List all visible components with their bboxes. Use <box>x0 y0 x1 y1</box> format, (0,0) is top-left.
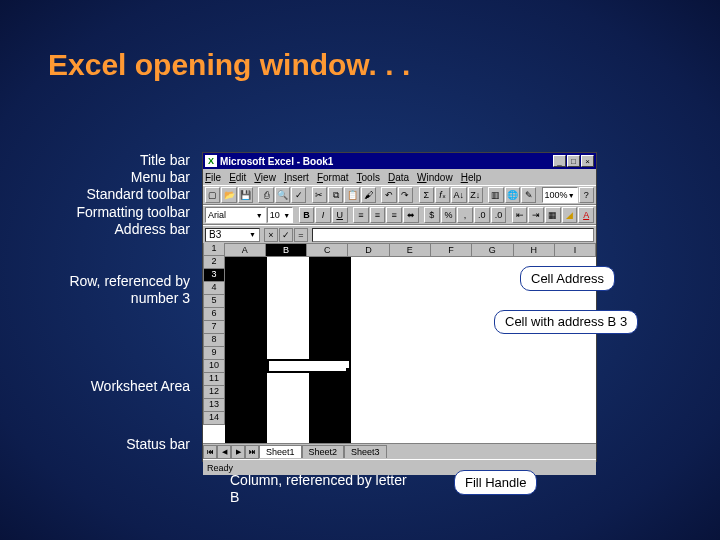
comma-icon[interactable]: , <box>457 207 473 223</box>
font-size-combo[interactable]: 10▼ <box>267 207 293 223</box>
menu-file[interactable]: File <box>205 172 221 183</box>
fill-color-icon[interactable]: ◢ <box>562 207 578 223</box>
menu-window[interactable]: Window <box>417 172 453 183</box>
italic-icon[interactable]: I <box>315 207 331 223</box>
tab-scroll-first-icon[interactable]: ⏮ <box>203 445 217 459</box>
tab-scroll-next-icon[interactable]: ▶ <box>231 445 245 459</box>
row-header-11[interactable]: 11 <box>203 373 225 386</box>
col-header-h[interactable]: H <box>514 243 555 257</box>
label-row: Row, referenced by number 3 <box>20 273 190 307</box>
menu-format[interactable]: Format <box>317 172 349 183</box>
indent-dec-icon[interactable]: ⇤ <box>512 207 528 223</box>
callout-fill-handle: Fill Handle <box>454 470 537 495</box>
help-icon[interactable]: ? <box>579 187 594 203</box>
label-title-bar: Title bar <box>20 152 190 168</box>
fill-handle[interactable] <box>346 368 351 373</box>
row-header-8[interactable]: 8 <box>203 334 225 347</box>
label-status-bar: Status bar <box>20 436 190 452</box>
formula-input[interactable] <box>312 228 594 242</box>
save-icon[interactable]: 💾 <box>238 187 253 203</box>
spell-icon[interactable]: ✓ <box>291 187 306 203</box>
col-header-i[interactable]: I <box>555 243 596 257</box>
label-worksheet-area: Worksheet Area <box>20 378 190 395</box>
menu-insert[interactable]: Insert <box>284 172 309 183</box>
map-icon[interactable]: 🌐 <box>505 187 520 203</box>
label-address-bar: Address bar <box>20 221 190 237</box>
col-header-f[interactable]: F <box>431 243 472 257</box>
minimize-button[interactable]: _ <box>553 155 566 167</box>
row-header-7[interactable]: 7 <box>203 321 225 334</box>
name-box[interactable]: B3▼ <box>205 228 260 242</box>
menu-edit[interactable]: Edit <box>229 172 246 183</box>
row-header-9[interactable]: 9 <box>203 347 225 360</box>
align-center-icon[interactable]: ≡ <box>370 207 386 223</box>
undo-icon[interactable]: ↶ <box>381 187 396 203</box>
label-menu-bar: Menu bar <box>20 169 190 185</box>
row-header-13[interactable]: 13 <box>203 399 225 412</box>
row-header-14[interactable]: 14 <box>203 412 225 425</box>
row-header-10[interactable]: 10 <box>203 360 225 373</box>
autosum-icon[interactable]: Σ <box>419 187 434 203</box>
sheet-tab-1[interactable]: Sheet1 <box>259 445 302 458</box>
font-color-icon[interactable]: A <box>578 207 594 223</box>
tab-scroll-last-icon[interactable]: ⏭ <box>245 445 259 459</box>
font-name-combo[interactable]: Arial▼ <box>205 207 266 223</box>
col-header-a[interactable]: A <box>225 243 266 257</box>
row-header-6[interactable]: 6 <box>203 308 225 321</box>
sort-desc-icon[interactable]: Z↓ <box>468 187 483 203</box>
row-header-3[interactable]: 3 <box>203 269 225 282</box>
row-header-4[interactable]: 4 <box>203 282 225 295</box>
open-icon[interactable]: 📂 <box>221 187 236 203</box>
col-header-g[interactable]: G <box>472 243 513 257</box>
align-left-icon[interactable]: ≡ <box>353 207 369 223</box>
zoom-combo[interactable]: 100%▼ <box>542 187 578 203</box>
row-header-1[interactable]: 1 <box>203 243 225 256</box>
excel-window: X Microsoft Excel - Book1 _ □ × File Edi… <box>202 152 597 462</box>
merge-icon[interactable]: ⬌ <box>403 207 419 223</box>
drawing-icon[interactable]: ✎ <box>521 187 536 203</box>
cut-icon[interactable]: ✂ <box>312 187 327 203</box>
row-header-12[interactable]: 12 <box>203 386 225 399</box>
fx-icon[interactable]: = <box>294 228 308 242</box>
cancel-icon[interactable]: × <box>264 228 278 242</box>
currency-icon[interactable]: $ <box>424 207 440 223</box>
row-header-2[interactable]: 2 <box>203 256 225 269</box>
indent-inc-icon[interactable]: ⇥ <box>528 207 544 223</box>
paste-icon[interactable]: 📋 <box>344 187 359 203</box>
maximize-button[interactable]: □ <box>567 155 580 167</box>
col-header-e[interactable]: E <box>390 243 431 257</box>
col-header-c[interactable]: C <box>307 243 348 257</box>
new-icon[interactable]: ▢ <box>205 187 220 203</box>
enter-icon[interactable]: ✓ <box>279 228 293 242</box>
copy-icon[interactable]: ⧉ <box>328 187 343 203</box>
decimal-dec-icon[interactable]: .0 <box>491 207 507 223</box>
format-painter-icon[interactable]: 🖌 <box>361 187 376 203</box>
underline-icon[interactable]: U <box>332 207 348 223</box>
sort-asc-icon[interactable]: A↓ <box>451 187 466 203</box>
preview-icon[interactable]: 🔍 <box>275 187 290 203</box>
borders-icon[interactable]: ▦ <box>545 207 561 223</box>
bold-icon[interactable]: B <box>299 207 315 223</box>
redo-icon[interactable]: ↷ <box>398 187 413 203</box>
decimal-inc-icon[interactable]: .0 <box>474 207 490 223</box>
excel-app-icon: X <box>205 155 217 167</box>
chart-icon[interactable]: ▥ <box>488 187 503 203</box>
row-header-5[interactable]: 5 <box>203 295 225 308</box>
menu-help[interactable]: Help <box>461 172 482 183</box>
menu-view[interactable]: View <box>254 172 276 183</box>
title-bar: X Microsoft Excel - Book1 _ □ × <box>203 153 596 169</box>
sheet-tabs-bar: ⏮ ◀ ▶ ⏭ Sheet1 Sheet2 Sheet3 <box>203 443 596 459</box>
menu-tools[interactable]: Tools <box>357 172 380 183</box>
tab-scroll-prev-icon[interactable]: ◀ <box>217 445 231 459</box>
sheet-tab-2[interactable]: Sheet2 <box>302 445 345 458</box>
slide-title: Excel opening window. . . <box>48 48 410 82</box>
print-icon[interactable]: ⎙ <box>258 187 273 203</box>
menu-data[interactable]: Data <box>388 172 409 183</box>
percent-icon[interactable]: % <box>441 207 457 223</box>
sheet-tab-3[interactable]: Sheet3 <box>344 445 387 458</box>
col-header-d[interactable]: D <box>348 243 389 257</box>
function-icon[interactable]: fₓ <box>435 187 450 203</box>
col-header-b[interactable]: B <box>266 243 307 257</box>
align-right-icon[interactable]: ≡ <box>386 207 402 223</box>
close-button[interactable]: × <box>581 155 594 167</box>
